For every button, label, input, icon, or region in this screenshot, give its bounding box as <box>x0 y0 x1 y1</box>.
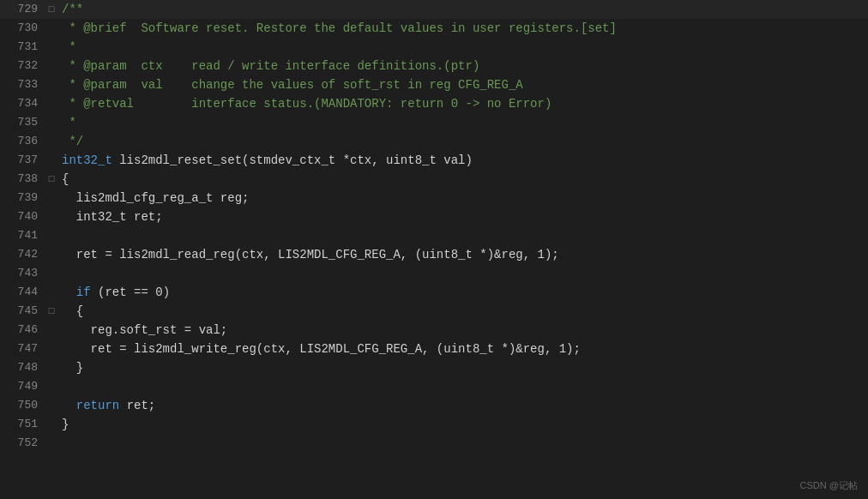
code-content: { <box>58 302 868 321</box>
code-content: * @param ctx read / write interface defi… <box>58 57 868 75</box>
table-row: 736 */ <box>0 132 868 151</box>
line-number: 739 <box>0 189 45 207</box>
fold-icon <box>45 57 58 75</box>
code-content: */ <box>58 132 868 151</box>
fold-icon <box>45 415 58 434</box>
code-content: ret = lis2mdl_read_reg(ctx, LIS2MDL_CFG_… <box>58 245 868 264</box>
line-number: 738 <box>0 170 45 189</box>
line-number: 734 <box>0 94 45 113</box>
fold-icon <box>45 113 58 132</box>
table-row: 750 return ret; <box>0 396 868 415</box>
fold-icon <box>45 19 58 38</box>
line-number: 742 <box>0 245 45 264</box>
line-number: 730 <box>0 19 45 38</box>
line-number: 751 <box>0 415 45 434</box>
code-content: if (ret == 0) <box>58 283 868 302</box>
fold-icon <box>45 264 58 283</box>
fold-icon[interactable]: □ <box>45 0 58 19</box>
fold-icon <box>45 151 58 170</box>
table-row: 752 <box>0 434 868 453</box>
watermark: CSDN @记帖 <box>800 479 858 492</box>
table-row: 732 * @param ctx read / write interface … <box>0 57 868 75</box>
code-content: lis2mdl_cfg_reg_a_t reg; <box>58 189 868 207</box>
fold-icon[interactable]: □ <box>45 170 58 189</box>
code-content: * <box>58 38 868 57</box>
code-content: int32_t ret; <box>58 207 868 226</box>
code-content: /** <box>58 0 868 19</box>
line-number: 729 <box>0 0 45 19</box>
code-content: * @retval interface status.(MANDATORY: r… <box>58 94 868 113</box>
table-row: 731 * <box>0 38 868 57</box>
fold-icon <box>45 434 58 453</box>
table-row: 730 * @brief Software reset. Restore the… <box>0 19 868 38</box>
fold-icon <box>45 321 58 340</box>
code-lines: 729□/**730 * @brief Software reset. Rest… <box>0 0 868 453</box>
code-content: int32_t lis2mdl_reset_set(stmdev_ctx_t *… <box>58 151 868 170</box>
fold-icon <box>45 226 58 245</box>
line-number: 740 <box>0 207 45 226</box>
table-row: 739 lis2mdl_cfg_reg_a_t reg; <box>0 189 868 207</box>
table-row: 744 if (ret == 0) <box>0 283 868 302</box>
line-number: 731 <box>0 38 45 57</box>
code-content: * @param val change the values of soft_r… <box>58 75 868 94</box>
line-number: 736 <box>0 132 45 151</box>
code-content: ret = lis2mdl_write_reg(ctx, LIS2MDL_CFG… <box>58 340 868 358</box>
table-row: 745□ { <box>0 302 868 321</box>
fold-icon <box>45 94 58 113</box>
table-row: 743 <box>0 264 868 283</box>
fold-icon <box>45 358 58 377</box>
fold-icon <box>45 207 58 226</box>
line-number: 748 <box>0 358 45 377</box>
fold-icon <box>45 75 58 94</box>
table-row: 741 <box>0 226 868 245</box>
code-content: { <box>58 170 868 189</box>
line-number: 747 <box>0 340 45 358</box>
fold-icon <box>45 396 58 415</box>
code-content: } <box>58 415 868 434</box>
line-number: 749 <box>0 377 45 396</box>
line-number: 732 <box>0 57 45 75</box>
fold-icon <box>45 340 58 358</box>
fold-icon <box>45 377 58 396</box>
table-row: 751 } <box>0 415 868 434</box>
code-content: reg.soft_rst = val; <box>58 321 868 340</box>
fold-icon <box>45 283 58 302</box>
line-number: 743 <box>0 264 45 283</box>
fold-icon <box>45 189 58 207</box>
fold-icon[interactable]: □ <box>45 302 58 321</box>
line-number: 746 <box>0 321 45 340</box>
table-row: 747 ret = lis2mdl_write_reg(ctx, LIS2MDL… <box>0 340 868 358</box>
code-content: } <box>58 358 868 377</box>
line-number: 735 <box>0 113 45 132</box>
code-content: return ret; <box>58 396 868 415</box>
fold-icon <box>45 38 58 57</box>
table-row: 729□/** <box>0 0 868 19</box>
fold-icon <box>45 132 58 151</box>
table-row: 746 reg.soft_rst = val; <box>0 321 868 340</box>
table-row: 733 * @param val change the values of so… <box>0 75 868 94</box>
table-row: 735 * <box>0 113 868 132</box>
table-row: 748 } <box>0 358 868 377</box>
table-row: 737 int32_t lis2mdl_reset_set(stmdev_ctx… <box>0 151 868 170</box>
line-number: 745 <box>0 302 45 321</box>
line-number: 752 <box>0 434 45 453</box>
table-row: 740 int32_t ret; <box>0 207 868 226</box>
line-number: 744 <box>0 283 45 302</box>
table-row: 734 * @retval interface status.(MANDATOR… <box>0 94 868 113</box>
table-row: 742 ret = lis2mdl_read_reg(ctx, LIS2MDL_… <box>0 245 868 264</box>
code-editor: 729□/**730 * @brief Software reset. Rest… <box>0 0 868 499</box>
line-number: 741 <box>0 226 45 245</box>
table-row: 749 <box>0 377 868 396</box>
line-number: 737 <box>0 151 45 170</box>
line-number: 750 <box>0 396 45 415</box>
code-content: * <box>58 113 868 132</box>
line-number: 733 <box>0 75 45 94</box>
fold-icon <box>45 245 58 264</box>
code-content: * @brief Software reset. Restore the def… <box>58 19 868 38</box>
table-row: 738□{ <box>0 170 868 189</box>
